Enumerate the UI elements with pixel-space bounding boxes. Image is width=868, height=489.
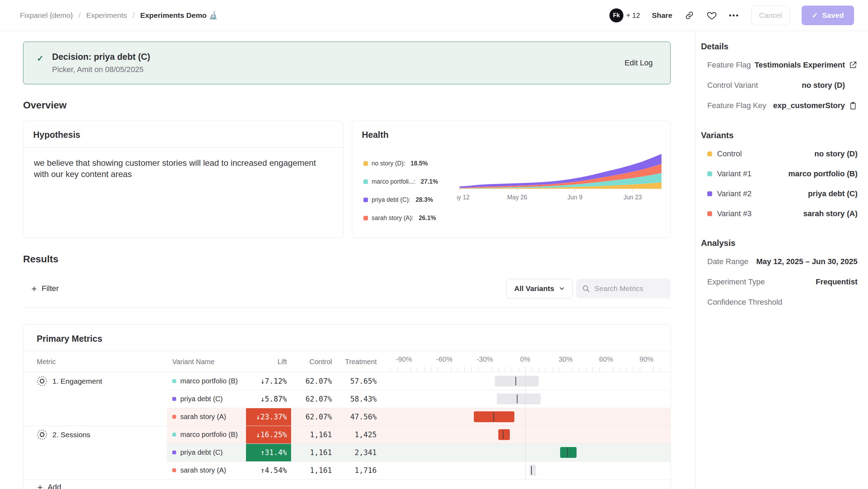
treatment-value: 2,341 — [334, 444, 381, 461]
confidence-interval-bar — [498, 429, 510, 440]
details-heading: Details — [701, 42, 858, 51]
estimate-marker — [531, 466, 532, 475]
search-icon — [582, 284, 590, 293]
detail-row-feature-flag: Feature Flag Testimonials Experiment — [701, 55, 858, 75]
detail-row-control-variant: Control Variant no story (D) — [701, 75, 858, 95]
estimate-marker — [567, 448, 568, 457]
search-metrics-input[interactable] — [594, 284, 664, 293]
health-stacked-area-chart: May 12May 26Jun 9Jun 23 — [457, 152, 664, 205]
svg-text:Jun 23: Jun 23 — [623, 194, 642, 201]
lift-value: ↓23.37% — [246, 408, 291, 426]
detail-row-feature-flag-key: Feature Flag Key exp_customerStory — [701, 95, 858, 116]
variant-color-swatch — [707, 211, 712, 216]
health-card: Health no story (D):18.5% marco portfoli… — [352, 121, 671, 238]
health-legend: no story (D):18.5% marco portfoli...:27.… — [363, 160, 457, 222]
svg-text:Jun 9: Jun 9 — [567, 194, 582, 201]
divider — [23, 307, 671, 308]
confidence-interval-bar — [560, 447, 576, 458]
metric-name: 2. Sessions — [52, 431, 91, 439]
variant-color-swatch — [707, 171, 712, 176]
legend-item: priya debt (C):28.3% — [363, 196, 457, 204]
feature-flag-link[interactable]: Testimonials Experiment — [754, 61, 845, 70]
copy-link-icon[interactable] — [684, 10, 695, 21]
breadcrumb-experiments[interactable]: Experiments — [86, 11, 127, 20]
analysis-row-confidence-threshold: Confidence Threshold — [701, 292, 858, 312]
lift-value: ↓7.12% — [246, 372, 291, 390]
confidence-interval-cell — [381, 408, 671, 426]
add-filter-button[interactable]: + Filter — [31, 284, 59, 293]
svg-text:May 26: May 26 — [507, 194, 527, 201]
confidence-interval-bar — [497, 394, 541, 404]
metric-icon — [37, 376, 48, 387]
control-value: 1,161 — [291, 444, 334, 461]
breadcrumb-separator: / — [79, 11, 81, 20]
chevron-down-icon — [558, 285, 565, 292]
more-options-button[interactable]: ••• — [729, 12, 739, 20]
plus-icon: + — [37, 483, 43, 489]
avatar[interactable]: Fk — [609, 8, 623, 22]
add-metric-button[interactable]: + Add — [23, 479, 671, 489]
analysis-row-date-range: Date Range May 12, 2025 – Jun 30, 2025 — [701, 251, 858, 272]
lift-value: ↑4.54% — [246, 461, 291, 479]
svg-text:May 12: May 12 — [457, 194, 470, 201]
legend-swatch — [363, 198, 368, 202]
variant-color-dot — [172, 468, 176, 472]
treatment-value: 1,716 — [334, 461, 381, 479]
share-button[interactable]: Share — [652, 11, 672, 20]
legend-item: marco portfoli...:27.1% — [363, 178, 457, 185]
breadcrumb-project[interactable]: Fixpanel {demo} — [20, 11, 73, 20]
breadcrumb-separator: / — [132, 11, 135, 20]
details-sidebar: Details Feature Flag Testimonials Experi… — [695, 31, 868, 489]
confidence-interval-bar — [474, 411, 514, 422]
hypothesis-card: Hypothesis we believe that showing custo… — [23, 121, 343, 238]
variant-color-dot — [172, 451, 176, 454]
zero-axis-line — [525, 367, 526, 479]
legend-swatch — [363, 179, 368, 184]
variant-color-dot — [172, 415, 176, 419]
primary-metrics-title: Primary Metrics — [23, 325, 671, 351]
estimate-marker — [517, 395, 518, 403]
external-link-icon[interactable] — [848, 61, 858, 70]
control-value: 1,161 — [291, 426, 334, 444]
variants-dropdown[interactable]: All Variants — [506, 279, 573, 298]
copy-icon[interactable] — [848, 101, 858, 110]
lift-value: ↑31.4% — [246, 444, 291, 461]
plus-icon: + — [31, 284, 37, 293]
control-value: 62.07% — [291, 390, 334, 408]
top-bar: Fixpanel {demo} / Experiments / Experime… — [0, 0, 868, 31]
variant-color-dot — [172, 379, 176, 383]
health-title: Health — [352, 121, 671, 147]
legend-item: no story (D):18.5% — [363, 160, 457, 167]
variant-color-swatch — [707, 191, 712, 196]
edit-log-button[interactable]: Edit Log — [624, 58, 653, 68]
collaborators-group[interactable]: Fk + 12 — [609, 8, 640, 22]
treatment-value: 1,425 — [334, 426, 381, 444]
table-row[interactable]: priya debt (C) ↓5.87% 62.07% 58.43% — [23, 390, 671, 408]
confidence-interval-cell — [381, 461, 671, 479]
search-metrics-box[interactable] — [576, 279, 671, 298]
variant-color-dot — [172, 397, 176, 401]
lift-value: ↓5.87% — [246, 390, 291, 408]
confidence-interval-cell — [381, 390, 671, 408]
control-value: 62.07% — [291, 408, 334, 426]
treatment-value: 47.56% — [334, 408, 381, 426]
breadcrumb-current-page: Experiments Demo 🔬 — [140, 11, 218, 20]
legend-item: sarah story (A):26.1% — [363, 214, 457, 222]
variant-color-dot — [172, 433, 176, 437]
variant-color-swatch — [707, 151, 712, 156]
table-row[interactable]: sarah story (A) ↑4.54% 1,161 1,716 — [23, 461, 671, 479]
decision-title: Decision: priya debt (C) — [52, 52, 150, 62]
variant-row-1: Variant #1 marco portfolio (B) — [701, 164, 858, 184]
estimate-marker — [493, 412, 494, 421]
saved-button[interactable]: ✓ Saved — [802, 6, 854, 25]
favorite-heart-icon[interactable] — [707, 10, 717, 21]
table-row[interactable]: sarah story (A) ↓23.37% 62.07% 47.56% — [23, 408, 671, 426]
estimate-marker — [515, 377, 516, 385]
variant-row-control: Control no story (D) — [701, 144, 858, 164]
cancel-button[interactable]: Cancel — [751, 6, 790, 25]
table-row[interactable]: priya debt (C) ↑31.4% 1,161 2,341 — [23, 444, 671, 461]
variants-heading: Variants — [701, 130, 858, 140]
table-row[interactable]: 2. Sessions marco portfolio (B) ↓16.25% … — [23, 426, 671, 444]
table-row[interactable]: 1. Engagement marco portfolio (B) ↓7.12%… — [23, 372, 671, 390]
estimate-marker — [503, 430, 504, 439]
